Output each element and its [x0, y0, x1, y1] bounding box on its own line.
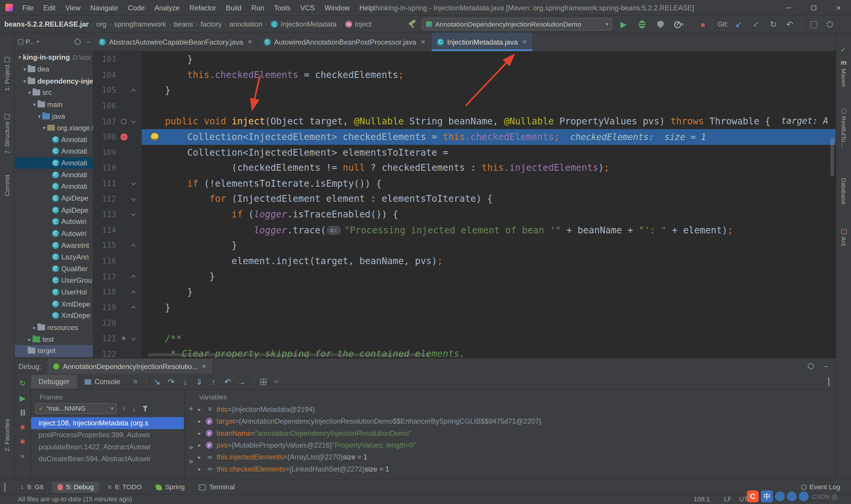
- line-number[interactable]: 107: [93, 117, 118, 126]
- variable-row[interactable]: ▸ppvs = {MutablePropertyValues@2216} "Pr…: [198, 439, 836, 451]
- menu-file[interactable]: File: [17, 0, 39, 15]
- breadcrumb-item[interactable]: annotation: [229, 20, 264, 29]
- frame-row[interactable]: populateBean:1422, AbstractAutowi: [31, 441, 184, 453]
- tree-item-apidepe[interactable]: CApiDepe: [15, 192, 93, 204]
- line-number[interactable]: 117: [93, 272, 118, 281]
- gutter-line[interactable]: 104: [93, 67, 141, 83]
- code-line-103[interactable]: }: [142, 51, 836, 67]
- inspection-status-icon[interactable]: ✓: [840, 46, 846, 54]
- tool-window-button-git[interactable]: ↕9: Git: [15, 482, 49, 493]
- line-number[interactable]: 119: [93, 303, 118, 312]
- history-button[interactable]: ↻: [767, 18, 779, 30]
- close-icon[interactable]: ✕: [247, 38, 252, 45]
- gutter-line[interactable]: 109: [93, 145, 141, 160]
- code-line-105[interactable]: }: [142, 83, 836, 98]
- menu-analyze[interactable]: Analyze: [149, 0, 184, 15]
- breadcrumb-item[interactable]: factory: [199, 20, 223, 29]
- close-icon[interactable]: ✕: [420, 38, 426, 45]
- menu-vcs[interactable]: VCS: [295, 0, 320, 15]
- view-options-icon[interactable]: ≈: [274, 378, 278, 386]
- sidebar-item-restful-toolkit[interactable]: RestfulTo...: [836, 108, 851, 147]
- line-number[interactable]: 113: [93, 210, 118, 219]
- line-number[interactable]: 110: [93, 164, 118, 172]
- gutter-line[interactable]: 105: [93, 83, 141, 98]
- gutter-line[interactable]: 117: [93, 269, 141, 285]
- code-line-116[interactable]: element.inject(target, beanName, pvs);: [142, 253, 836, 269]
- hide-panel-icon[interactable]: −: [86, 38, 90, 46]
- gutter-line[interactable]: 106: [93, 98, 141, 114]
- tree-item-apidepe[interactable]: CApiDepe: [15, 204, 93, 216]
- frame-row[interactable]: inject:108, InjectionMetadata (org.s: [31, 417, 184, 429]
- threads-view-icon[interactable]: ≡: [133, 378, 138, 386]
- gear-icon[interactable]: [74, 38, 81, 45]
- expand-arrow-icon[interactable]: ▸: [198, 466, 206, 472]
- editor-tab[interactable]: CAbstractAutowireCapableBeanFactory.java…: [93, 33, 258, 51]
- sidebar-item-structure[interactable]: 7: Structure: [0, 114, 14, 154]
- code-line-117[interactable]: }: [142, 269, 836, 285]
- tree-item-awareint[interactable]: CAwareInt: [15, 239, 93, 251]
- sidebar-item-database[interactable]: Database: [836, 178, 851, 204]
- code-line-114[interactable]: logger.trace(o:"Processing injected elem…: [142, 222, 836, 238]
- variable-row[interactable]: ▸≡this = {InjectionMetadata@2194}: [198, 403, 836, 415]
- tree-item-xmldepe[interactable]: CXmlDepe: [15, 310, 93, 322]
- gutter-line[interactable]: 110: [93, 160, 141, 176]
- profiler-button[interactable]: ▾: [673, 18, 685, 30]
- expand-arrow-icon[interactable]: ▸: [26, 336, 33, 342]
- breadcrumb-item[interactable]: org: [95, 20, 108, 29]
- variable-row[interactable]: ▸pbeanName = "annotationDependencyInject…: [198, 427, 836, 439]
- thread-selector[interactable]: ✓ "mai...NNING ▾: [35, 403, 117, 414]
- step-into-icon[interactable]: ↓: [178, 377, 192, 386]
- frame-row[interactable]: doCreateBean:594, AbstractAutowir: [31, 453, 184, 465]
- tree-item-org.xiaoge.t[interactable]: ▾org.xiaoge.t: [15, 122, 93, 134]
- menu-window[interactable]: Window: [320, 0, 355, 15]
- revert-button[interactable]: ↶: [784, 18, 795, 30]
- sidebar-item-commit[interactable]: Commit: [0, 175, 14, 196]
- gutter-line[interactable]: 111: [93, 176, 141, 192]
- line-number[interactable]: 103: [93, 55, 118, 64]
- menu-tools[interactable]: Tools: [269, 0, 295, 15]
- line-number[interactable]: 105: [93, 86, 118, 94]
- more-chevron[interactable]: »: [189, 443, 193, 451]
- gear-icon[interactable]: [808, 363, 814, 370]
- debug-button[interactable]: [636, 18, 648, 30]
- force-step-into-icon[interactable]: ⇓: [192, 377, 206, 386]
- fold-icon[interactable]: [131, 244, 136, 249]
- tool-window-button-terminal[interactable]: ›Terminal: [193, 482, 240, 493]
- breadcrumb-item[interactable]: inject: [354, 20, 373, 29]
- breakpoint-icon[interactable]: ✓: [120, 133, 127, 140]
- run-to-cursor-icon[interactable]: →: [235, 377, 249, 386]
- tree-item-qualifier[interactable]: CQualifier: [15, 263, 93, 275]
- tab-console[interactable]: Console: [77, 375, 128, 389]
- expand-arrow-icon[interactable]: ▸: [198, 406, 206, 412]
- menu-code[interactable]: Code: [123, 0, 149, 15]
- fold-icon[interactable]: [131, 290, 136, 295]
- tree-item-annotati[interactable]: CAnnotati: [15, 145, 93, 157]
- line-number[interactable]: 106: [93, 102, 118, 110]
- maximize-button[interactable]: [801, 0, 826, 16]
- line-number[interactable]: 121: [93, 334, 118, 343]
- expand-arrow-icon[interactable]: ▾: [22, 66, 28, 72]
- tree-item-lazyann[interactable]: CLazyAnn: [15, 251, 93, 263]
- tool-window-switcher-icon[interactable]: [4, 483, 6, 491]
- hide-panel-icon[interactable]: −: [824, 362, 828, 371]
- line-number[interactable]: 108: [93, 133, 118, 141]
- sidebar-item-favorites[interactable]: 2: Favorites: [0, 419, 14, 451]
- view-breakpoints-button[interactable]: ◉: [20, 438, 25, 444]
- menu-build[interactable]: Build: [221, 0, 247, 15]
- gutter-line[interactable]: 120: [93, 315, 141, 331]
- line-number[interactable]: 122: [93, 350, 118, 358]
- code-line-113[interactable]: if (logger.isTraceEnabled()) {: [142, 207, 836, 222]
- vertical-scrollbar[interactable]: [830, 137, 834, 176]
- tree-item-annotati[interactable]: CAnnotati: [15, 181, 93, 193]
- line-number[interactable]: 112: [93, 195, 118, 203]
- gutter-line[interactable]: 113: [93, 207, 141, 222]
- stop-button[interactable]: ■: [697, 18, 709, 30]
- evaluate-expression-icon[interactable]: [260, 378, 267, 385]
- expand-arrow-icon[interactable]: ▾: [22, 78, 28, 84]
- gutter-line[interactable]: 115: [93, 238, 141, 253]
- stop-button[interactable]: ■: [20, 423, 25, 431]
- code-line-115[interactable]: }: [142, 238, 836, 253]
- filter-icon[interactable]: [142, 406, 148, 412]
- expand-arrow-icon[interactable]: ▾: [17, 54, 23, 60]
- step-over-icon[interactable]: ↷: [164, 377, 178, 386]
